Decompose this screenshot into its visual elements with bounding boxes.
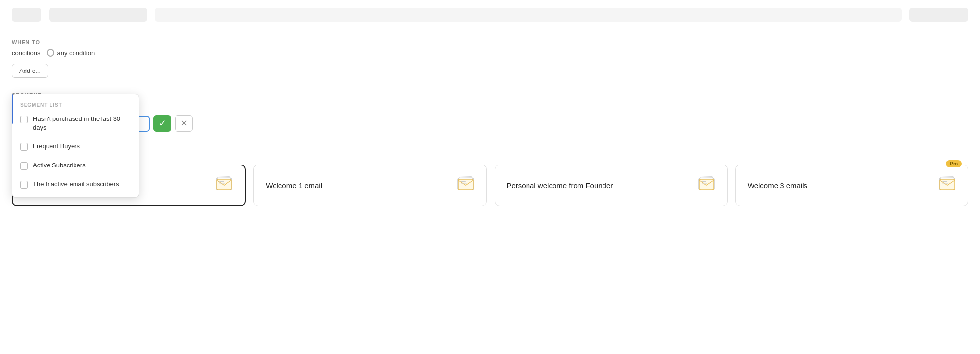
when-to-section: WHEN TO conditions any condition Add c..… [0,29,980,84]
preset-card-personal-welcome[interactable]: Personal welcome from Founder [495,165,728,206]
confirm-segment-button[interactable]: ✓ [153,115,171,132]
segment-dropdown: SEGMENT LIST Hasn't purchased in the las… [12,94,139,198]
preset-card-welcome3[interactable]: ProWelcome 3 emails [735,165,968,206]
any-condition-label: any condition [57,49,95,57]
dropdown-items-container: Hasn't purchased in the last 30 daysFreq… [12,110,139,193]
dropdown-item-frequent-buyers[interactable]: Frequent Buyers [12,137,139,156]
svg-rect-15 [458,179,473,190]
checkbox-inactive-subscribers[interactable] [20,181,28,189]
dropdown-item-inactive-subscribers[interactable]: The Inactive email subscribers [12,175,139,193]
svg-rect-25 [702,181,706,182]
preset-card-label-welcome3: Welcome 3 emails [748,181,807,189]
dropdown-item-label-active-subscribers: Active Subscribers [33,161,86,170]
preset-card-label-personal-welcome: Personal welcome from Founder [507,181,613,189]
top-bar [0,0,980,29]
confirm-icon: ✓ [159,118,166,129]
segment-section: SEGMENT Send em ALL segments below In ✓ … [0,84,980,140]
svg-rect-34 [942,181,947,182]
dropdown-item-label-inactive-subscribers: The Inactive email subscribers [33,180,119,189]
preset-card-icon-welcome3 [938,175,956,195]
svg-rect-16 [461,181,466,182]
svg-rect-7 [219,181,224,182]
dropdown-item-label-hasnt-purchased: Hasn't purchased in the last 30 days [33,115,131,132]
condition-row: conditions any condition [12,49,968,57]
any-condition-option[interactable]: any condition [47,49,95,57]
when-to-label: WHEN TO [12,39,968,45]
dropdown-item-active-subscribers[interactable]: Active Subscribers [12,156,139,175]
page-container: WHEN TO conditions any condition Add c..… [0,0,980,354]
svg-rect-35 [942,183,948,184]
conditions-text: conditions [12,49,41,57]
checkbox-active-subscribers[interactable] [20,162,28,170]
checkbox-hasnt-purchased[interactable] [20,116,28,123]
preset-grid: Blank template Welcome 1 email Personal … [12,165,968,206]
preset-section-label: SELECT YOUR PRESET [12,152,968,158]
pro-badge-welcome3: Pro [946,160,962,167]
svg-rect-8 [219,183,225,184]
add-condition-button[interactable]: Add c... [12,64,48,78]
svg-rect-24 [699,179,714,190]
dropdown-item-hasnt-purchased[interactable]: Hasn't purchased in the last 30 days [12,110,139,137]
preset-card-label-welcome1: Welcome 1 email [266,181,322,189]
any-condition-radio[interactable] [47,49,54,57]
dropdown-header: SEGMENT LIST [12,98,139,110]
svg-rect-6 [217,179,231,190]
checkbox-frequent-buyers[interactable] [20,143,28,151]
preset-card-icon-personal-welcome [698,175,715,195]
segment-input-row: In ✓ ✕ [12,115,968,132]
preset-card-welcome1[interactable]: Welcome 1 email [253,165,486,206]
svg-rect-33 [940,179,955,190]
preset-section: SELECT YOUR PRESET Blank template Welcom… [0,140,980,216]
add-condition-label: Add c... [19,67,41,74]
dropdown-item-label-frequent-buyers: Frequent Buyers [33,142,80,151]
svg-rect-26 [702,183,707,184]
segment-label: SEGMENT [12,92,968,98]
preset-card-icon-welcome1 [457,175,475,195]
segment-send-row: Send em ALL segments below [12,102,968,109]
cancel-icon: ✕ [180,118,188,129]
cancel-segment-button[interactable]: ✕ [175,115,193,132]
preset-card-icon-blank [215,175,233,195]
svg-rect-17 [461,183,467,184]
